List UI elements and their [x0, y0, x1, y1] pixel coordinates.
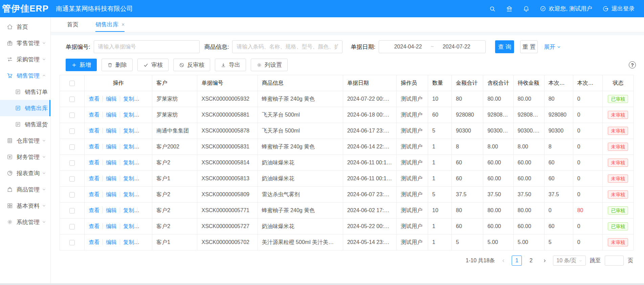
view-link[interactable]: 查看 [89, 207, 99, 213]
unaudit-button[interactable]: 反审核 [173, 59, 210, 71]
sidebar-item-12[interactable]: 系统管理 [0, 214, 50, 230]
sidebar-item-5[interactable]: 销售出库 [0, 100, 50, 116]
view-link[interactable]: 查看 [89, 239, 99, 245]
edit-link[interactable]: 编辑 [103, 176, 117, 181]
row-checkbox[interactable] [69, 224, 75, 229]
app-logo[interactable]: 管伊佳ERP [0, 3, 51, 15]
delete-button[interactable]: 删除 [102, 59, 133, 71]
copy-link[interactable]: 复制 [120, 144, 134, 149]
welcome-user[interactable]: 欢迎您, 测试用户 [540, 5, 592, 13]
copy-link[interactable]: 复制 [120, 128, 134, 134]
select-all-checkbox[interactable] [69, 81, 75, 86]
bill-no-cell: XSCK00000005813 [197, 171, 258, 187]
row-checkbox[interactable] [69, 128, 75, 134]
add-button[interactable]: 新增 [66, 59, 97, 71]
tab-sales-outbound[interactable]: 销售出库 × [95, 17, 125, 32]
page-1-button[interactable]: 1 [512, 256, 522, 266]
horizontal-scrollbar-track[interactable] [0, 283, 644, 285]
sidebar-item-9[interactable]: 报表查询 [0, 165, 50, 181]
customer-cell: 客户2 [152, 155, 197, 171]
view-link[interactable]: 查看 [89, 160, 99, 165]
jump-page-input[interactable] [605, 256, 624, 266]
edit-link[interactable]: 编辑 [103, 223, 117, 229]
sidebar-item-11[interactable]: 基本资料 [0, 198, 50, 214]
tab-home[interactable]: 首页 [67, 17, 79, 32]
sidebar-item-8[interactable]: 财务管理 [0, 149, 50, 165]
row-checkbox[interactable] [69, 113, 75, 118]
reset-button[interactable]: 重 置 [520, 40, 538, 53]
edit-link[interactable]: 编辑 [103, 207, 117, 213]
view-link[interactable]: 查看 [89, 96, 99, 102]
date-range-picker[interactable]: 2024-04-22 ~ 2024-07-22 [379, 40, 486, 53]
view-link[interactable]: 查看 [89, 176, 99, 181]
sidebar-item-7[interactable]: 仓库管理 [0, 133, 50, 149]
edit-link[interactable]: 编辑 [103, 144, 117, 149]
sidebar-item-2[interactable]: 采购管理 [0, 51, 50, 67]
copy-link[interactable]: 复制 [120, 191, 134, 197]
qty-cell: 1 [428, 155, 452, 171]
logout-button[interactable]: 退出登录 [602, 5, 635, 13]
row-checkbox[interactable] [69, 160, 75, 166]
qty-cell: 1 [428, 139, 452, 155]
copy-link[interactable]: 复制 [120, 239, 134, 245]
audit-button[interactable]: 审核 [137, 59, 169, 71]
copy-link[interactable]: 复制 [120, 176, 134, 181]
header-receivable: 待收金额 [513, 75, 544, 91]
sidebar-item-icon [7, 186, 13, 192]
row-checkbox[interactable] [69, 144, 75, 150]
copy-link[interactable]: 复制 [120, 207, 134, 213]
row-checkbox[interactable] [69, 240, 75, 245]
help-icon[interactable]: ? [629, 61, 636, 68]
search-button[interactable]: 查 询 [495, 40, 514, 53]
copy-link[interactable]: 复制 [120, 112, 134, 118]
view-link[interactable]: 查看 [89, 144, 99, 149]
add-label: 新增 [80, 61, 91, 69]
prev-page-button[interactable] [499, 256, 508, 265]
expand-filters-link[interactable]: 展开 [544, 43, 561, 51]
sidebar-item-0[interactable]: 首页 [0, 19, 50, 35]
close-icon[interactable]: × [121, 22, 125, 28]
status-cell: 未审核 [602, 235, 634, 250]
row-checkbox[interactable] [69, 176, 75, 182]
sidebar-item-4[interactable]: 销售订单 [0, 84, 50, 100]
view-link[interactable]: 查看 [89, 112, 99, 118]
search-icon[interactable] [489, 5, 496, 12]
column-settings-button[interactable]: 列设置 [251, 59, 288, 71]
sidebar-item-3[interactable]: 销售管理 [0, 67, 50, 84]
product-cell: 奶油味爆米花 [258, 219, 343, 235]
next-page-button[interactable] [540, 256, 549, 265]
view-link[interactable]: 查看 [89, 223, 99, 229]
edit-link[interactable]: 编辑 [103, 160, 117, 165]
notification-bell-icon[interactable] [523, 5, 530, 12]
edit-link[interactable]: 编辑 [103, 191, 117, 197]
sidebar-item-10[interactable]: 商品管理 [0, 181, 50, 198]
page-size-select[interactable]: 10 条/页 [553, 256, 586, 266]
download-icon [221, 62, 226, 68]
copy-link[interactable]: 复制 [120, 223, 134, 229]
row-checkbox[interactable] [69, 208, 75, 213]
sidebar-item-6[interactable]: 销售退货 [0, 116, 50, 133]
date-from-value[interactable]: 2024-04-22 [394, 44, 422, 50]
product-info-input[interactable] [232, 40, 342, 53]
copy-link[interactable]: 复制 [120, 96, 134, 102]
export-button[interactable]: 导出 [215, 59, 246, 71]
row-checkbox[interactable] [69, 97, 75, 102]
unaudit-label: 反审核 [187, 61, 204, 69]
copy-link[interactable]: 复制 [120, 160, 134, 165]
home-building-icon[interactable] [506, 5, 513, 12]
date-to-value[interactable]: 2024-07-22 [443, 44, 470, 50]
edit-link[interactable]: 编辑 [103, 239, 117, 245]
page-2-button[interactable]: 2 [526, 256, 536, 266]
view-link[interactable]: 查看 [89, 191, 99, 197]
row-actions-cell: 查看编辑复制删除 [85, 203, 152, 219]
edit-link[interactable]: 编辑 [103, 112, 117, 118]
bill-no-input[interactable] [94, 40, 200, 53]
row-actions-cell: 查看编辑复制删除 [85, 187, 152, 203]
sidebar-item-icon [7, 56, 13, 62]
view-link[interactable]: 查看 [89, 128, 99, 134]
edit-link[interactable]: 编辑 [103, 128, 117, 134]
row-checkbox[interactable] [69, 192, 75, 198]
ban-icon [179, 62, 184, 68]
edit-link[interactable]: 编辑 [103, 96, 117, 102]
sidebar-item-1[interactable]: 零售管理 [0, 35, 50, 51]
